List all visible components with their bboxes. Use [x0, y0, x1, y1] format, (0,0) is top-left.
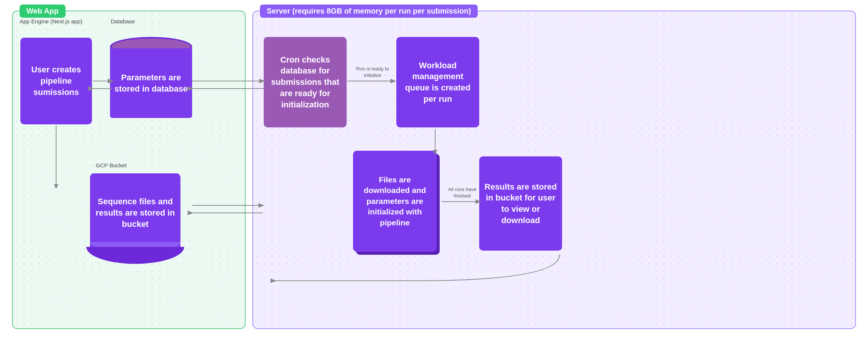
- cron-box: Cron checks database for submissions tha…: [264, 37, 347, 127]
- sequence-files-box: Sequence files and results are stored in…: [90, 173, 180, 253]
- cylinder-body: Parameters are stored in database: [110, 48, 192, 118]
- database-cylinder: Parameters are stored in database: [110, 37, 192, 127]
- arrow-user-to-bucket: [50, 124, 62, 192]
- user-creates-box: User creates pipeline sumissions: [20, 38, 92, 124]
- app-engine-label: App Engine (Next.js app): [20, 18, 83, 24]
- run-ready-label: Run is ready to initialize: [348, 66, 397, 79]
- bucket-container: Sequence files and results are stored in…: [86, 173, 184, 264]
- web-app-section: Web App App Engine (Next.js app) Databas…: [12, 11, 246, 329]
- server-badge: Server (requires 8GB of memory per run p…: [260, 5, 478, 18]
- arrow-results-to-bucket: [264, 251, 561, 288]
- bucket-bottom: [86, 247, 184, 264]
- files-downloaded-container: Files are downloaded and parameters are …: [353, 151, 440, 256]
- gcp-bucket-label: GCP Bucket: [96, 162, 127, 168]
- workload-box: Workload management queue is created per…: [396, 37, 479, 127]
- server-section: Server (requires 8GB of memory per run p…: [252, 11, 856, 329]
- all-runs-label: All runs have finished: [442, 187, 483, 199]
- files-downloaded-box: Files are downloaded and parameters are …: [353, 151, 437, 252]
- web-app-badge: Web App: [20, 5, 66, 18]
- database-label: Database: [111, 18, 135, 24]
- results-box: Results are stored in bucket for user to…: [479, 156, 562, 251]
